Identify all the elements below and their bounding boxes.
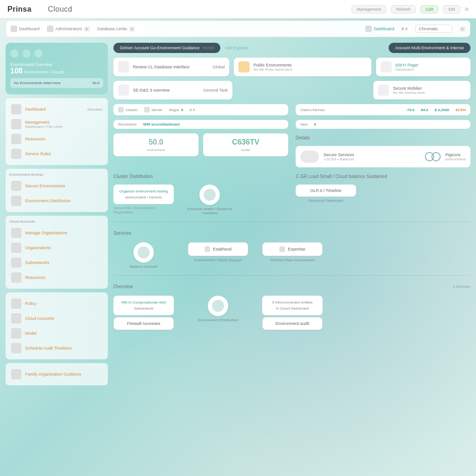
search-badge: 5 bbox=[460, 26, 465, 32]
card-pager[interactable]: 926YI Pager Dashboard bbox=[376, 58, 470, 76]
sidebar-item-schedule[interactable]: Schedule Audit Timelines bbox=[9, 341, 104, 356]
tile-timeline[interactable]: OLR.6 / Timeline Resource Dashboard bbox=[296, 185, 356, 203]
sidebar-item-policy[interactable]: Policy bbox=[9, 296, 104, 311]
sidebar-group-footer: Family Organization Guidance bbox=[6, 363, 108, 385]
tile-esabhexd[interactable]: Esabhexd Environment Transit Support bbox=[188, 242, 248, 262]
pill-account-multi[interactable]: Account Multi-Environment & Intense bbox=[389, 43, 470, 53]
sec-c-meta: 2 Intercom bbox=[453, 284, 470, 289]
sidebar-item-cloud-acc[interactable]: Cloud Accounts bbox=[9, 311, 104, 326]
sidebar: Environment Overview 108 Environment / C… bbox=[6, 43, 108, 472]
metric-env[interactable]: 50.0 environment bbox=[113, 133, 198, 156]
toolbar-admins[interactable]: Administrators 8 bbox=[47, 26, 90, 32]
services-tiles: Balance Account Esabhexd Environment Tra… bbox=[113, 242, 470, 269]
tile-interconn[interactable]: 5 Interconnected entities In Cloud Dashb… bbox=[262, 296, 323, 330]
stat-val: -70.0 bbox=[406, 108, 414, 112]
org-icon bbox=[11, 228, 21, 238]
sidebar-item-subnetworks[interactable]: Subnetworks bbox=[9, 255, 104, 270]
sidebar-item-roles[interactable]: Service Roles bbox=[9, 146, 104, 161]
toolbar: Dashboard Administrators 8 Database Limi… bbox=[6, 20, 470, 37]
firewall-button[interactable]: Firewall Accesses bbox=[113, 317, 174, 330]
grid-icon bbox=[365, 26, 372, 32]
toolbar-db-limits[interactable]: Database Limits 9 bbox=[97, 26, 135, 32]
stats-left: Classic Server Skype9 8 4 bbox=[113, 104, 288, 115]
tile-compositional[interactable]: 456 In Composational Held Subnetwork Fir… bbox=[113, 296, 174, 330]
header-count-button[interactable]: 438 bbox=[443, 5, 460, 13]
doc-icon bbox=[11, 298, 21, 309]
bulb-icon bbox=[279, 246, 285, 252]
tile-balance[interactable]: Balance Account bbox=[113, 242, 174, 269]
card-secure-mobilier[interactable]: Secure Mobilier No file metrics here bbox=[373, 81, 470, 99]
metric-cluster[interactable]: C636TV cluster bbox=[203, 133, 288, 156]
pager-icon bbox=[381, 61, 392, 73]
metrics-row: 50.0 environment C636TV cluster bbox=[113, 133, 288, 156]
sidebar-item-resources[interactable]: Resources bbox=[9, 132, 104, 146]
pill-explorer[interactable]: 349 Explorer bbox=[225, 46, 249, 50]
main-content: Deliver Account Go-Environment Guidance … bbox=[113, 43, 470, 472]
building-icon bbox=[11, 243, 21, 253]
dashboard-icon bbox=[11, 26, 17, 32]
health-icon bbox=[204, 189, 216, 201]
chip-icon bbox=[205, 246, 210, 252]
tile-organize[interactable]: Organize environment testing environment… bbox=[113, 185, 174, 214]
sidebar-item-management[interactable]: Management Dashboard / File Level bbox=[9, 117, 104, 132]
balance-icon bbox=[138, 246, 150, 258]
stat-val: $ 4,2430 bbox=[435, 108, 449, 112]
hero-metric: 108 Environment / Clouds bbox=[10, 67, 103, 75]
gear-icon bbox=[11, 119, 21, 129]
sidebar-item-env-dist[interactable]: Environment Distribution bbox=[9, 193, 104, 208]
sidebar-item-resources2[interactable]: Resources bbox=[9, 270, 104, 285]
menu-icon[interactable] bbox=[465, 7, 469, 11]
database-icon bbox=[34, 49, 43, 58]
overview-icon bbox=[118, 85, 129, 96]
sidebar-group-policy: Policy Cloud Accounts Model Schedule Aud… bbox=[6, 292, 108, 359]
summary-row-2: SE-D&S 3 overview General Task Secure Mo… bbox=[113, 81, 470, 99]
globe-icon bbox=[212, 300, 224, 312]
stats-right-sub: Save8 bbox=[296, 120, 470, 129]
stats-right: Clark's themes -70.0 84.3 $ 4,2430 ECFH bbox=[296, 104, 470, 115]
sec-a-title: Cluster Distribution bbox=[113, 174, 288, 179]
app-header: Prinsa Cloucd Management Refresh Gdit 43… bbox=[0, 0, 476, 19]
toolbar-dashboard[interactable]: Dashboard bbox=[11, 26, 40, 32]
network-icon bbox=[11, 258, 21, 268]
sidebar-item-secure-env[interactable]: Secure Environments bbox=[9, 178, 104, 193]
stats-row: Classic Server Skype9 8 4 Clark's themes… bbox=[113, 104, 470, 115]
divider bbox=[113, 222, 470, 222]
tile-env-dist[interactable]: Environment Distribution bbox=[188, 296, 248, 322]
metric-services[interactable]: Secure Services +10.9% • Balancer Pigeon… bbox=[296, 146, 470, 167]
header-management-button[interactable]: Management bbox=[351, 5, 386, 13]
stats-right-title: Clark's themes bbox=[300, 108, 325, 112]
hero-row: No Environments listed here 20.0 bbox=[10, 78, 103, 88]
stat-val: 84.3 bbox=[421, 108, 429, 112]
sec-a-right-title: C-SR Load Small / Cloud balance Sustaine… bbox=[296, 174, 470, 179]
card-overview[interactable]: SE-D&S 3 overview General Task bbox=[113, 81, 232, 99]
pill-deliver[interactable]: Deliver Account Go-Environment Guidance … bbox=[113, 43, 220, 53]
header-edit-button[interactable]: Gdit bbox=[420, 5, 438, 13]
search-input[interactable] bbox=[415, 25, 452, 33]
tile-schedule[interactable]: Schedule health / Distribute Timelines bbox=[179, 185, 240, 215]
sidebar-item-manage-org[interactable]: Manage Organizations bbox=[9, 225, 104, 240]
tile-expertise[interactable]: Expertise Ethernet Raw Environment bbox=[262, 242, 323, 262]
home-icon bbox=[11, 104, 21, 114]
calendar-icon bbox=[11, 343, 21, 353]
toolbar-right-dash[interactable]: Dashboard bbox=[365, 26, 394, 32]
card-public-env[interactable]: Public Environments No file limits found… bbox=[234, 58, 371, 76]
sidebar-item-dashboard[interactable]: Dashboard Standard bbox=[9, 102, 104, 117]
dot-icon bbox=[144, 107, 150, 112]
server-icon bbox=[22, 49, 31, 58]
shield-icon bbox=[11, 181, 21, 191]
sidebar-group-env-access: Environment Access Secure Environments E… bbox=[6, 169, 108, 212]
card-review-db[interactable]: Review CL Database Interface Global bbox=[113, 58, 229, 76]
sidebar-item-model[interactable]: Model bbox=[9, 326, 104, 341]
sidebar-item-guidance[interactable]: Family Organization Guidance bbox=[9, 367, 104, 382]
sidebar-hero-card: Environment Overview 108 Environment / C… bbox=[6, 43, 108, 94]
env-audit-button[interactable]: Environment audit bbox=[262, 317, 323, 330]
sidebar-group-overview: Dashboard Standard Management Dashboard … bbox=[6, 98, 108, 165]
sidebar-header: Environment Access bbox=[9, 172, 104, 177]
toolbar-right-count[interactable]: 8 4 bbox=[402, 26, 408, 31]
info-icon bbox=[11, 369, 21, 379]
cube-icon bbox=[11, 272, 21, 283]
header-refresh-button[interactable]: Refresh bbox=[391, 5, 416, 13]
sidebar-group-cloud: Cloud Accounts Manage Organizations Orga… bbox=[6, 216, 108, 289]
sidebar-item-organizations[interactable]: Organizations bbox=[9, 240, 104, 255]
cloud2-icon bbox=[11, 313, 21, 324]
